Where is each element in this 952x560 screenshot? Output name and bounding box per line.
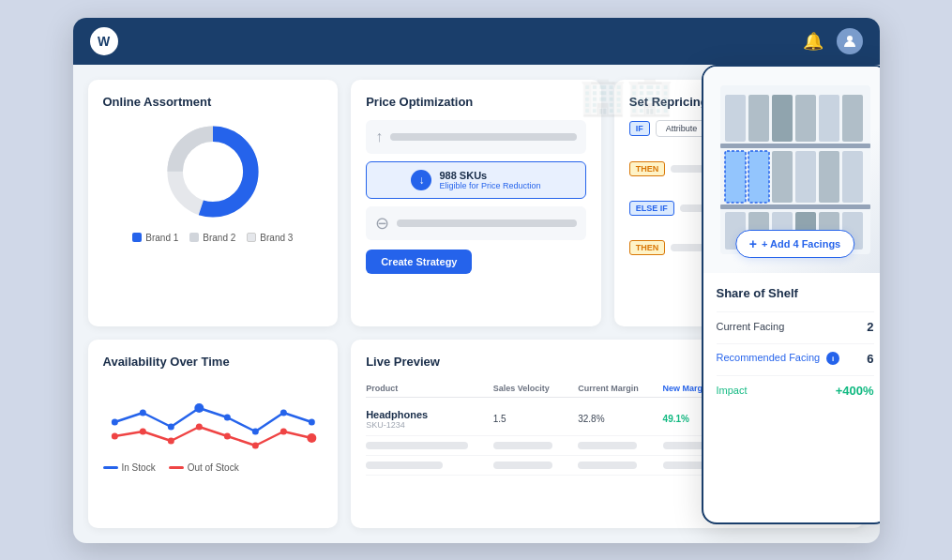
app-logo: W: [90, 27, 118, 55]
main-container: W 🔔 Online Assortment: [73, 18, 880, 543]
plus-icon: +: [749, 236, 757, 251]
price-bar-1: [390, 133, 577, 141]
svg-point-4: [111, 418, 117, 425]
svg-point-12: [111, 432, 117, 439]
svg-rect-30: [725, 151, 746, 203]
donut-chart-container: Brand 1 Brand 2 Brand 3: [103, 120, 324, 243]
current-facing-row: Current Facing 2: [717, 320, 874, 334]
if-badge: IF: [629, 121, 650, 136]
shelf-divider-1: [717, 311, 874, 312]
notification-icon[interactable]: 🔔: [803, 31, 824, 52]
svg-rect-27: [819, 95, 839, 142]
svg-point-15: [195, 423, 202, 430]
price-rows: ↑ ↓ 988 SKUs Eligible for Price Reductio…: [366, 120, 586, 240]
svg-rect-36: [720, 204, 870, 209]
legend-brand3: Brand 3: [247, 233, 293, 243]
svg-point-6: [167, 423, 174, 430]
shelf-info-section: Share of Shelf Current Facing 2 Recommen…: [703, 273, 880, 420]
then-badge: THEN: [629, 161, 666, 176]
svg-point-14: [167, 437, 174, 444]
online-assortment-card: Online Assortment Brand 1 Brand 2: [88, 80, 339, 326]
svg-rect-34: [819, 151, 839, 203]
availability-card: Availability Over Time: [88, 340, 339, 528]
info-icon[interactable]: i: [826, 352, 839, 365]
brand2-dot: [189, 233, 199, 242]
svg-point-8: [223, 414, 230, 420]
sku-count: 988 SKUs: [439, 170, 540, 181]
share-of-shelf-panel: + + Add 4 Facings Share of Shelf Current…: [702, 65, 880, 524]
impact-label: Impact: [717, 385, 748, 396]
legend-out-of-stock: Out of Stock: [169, 462, 239, 473]
svg-rect-31: [748, 151, 769, 203]
nav-icons: 🔔: [803, 28, 863, 54]
svg-point-10: [280, 409, 286, 416]
svg-rect-29: [720, 144, 870, 148]
avatar[interactable]: [837, 28, 863, 54]
shelf-divider-3: [717, 375, 874, 376]
price-optimization-card: Price Optimization ↑ ↓ 988 SKUs Eligible…: [351, 80, 601, 326]
line-chart: [103, 380, 324, 455]
svg-point-19: [307, 433, 316, 443]
shelf-image-area: + + Add 4 Facings: [703, 67, 880, 273]
svg-rect-26: [795, 95, 816, 142]
donut-legend: Brand 1 Brand 2 Brand 3: [132, 233, 293, 243]
then2-badge: THEN: [629, 240, 666, 255]
legend-brand2: Brand 2: [189, 233, 235, 243]
in-stock-line: [103, 466, 118, 469]
down-arrow-icon: ↓: [411, 170, 431, 190]
cell-margin: 32.8%: [578, 414, 662, 424]
svg-point-18: [280, 428, 286, 434]
svg-rect-25: [772, 95, 793, 142]
svg-rect-28: [842, 95, 863, 142]
svg-point-0: [847, 36, 853, 41]
svg-point-7: [194, 403, 204, 413]
legend-brand1: Brand 1: [132, 233, 178, 243]
chart-legend: In Stock Out of Stock: [103, 462, 324, 473]
svg-rect-23: [725, 95, 746, 142]
svg-rect-32: [772, 151, 793, 203]
donut-chart: [161, 120, 264, 223]
current-facing-label: Current Facing: [717, 321, 785, 332]
recommended-facing-row: Recommended Facing i 6: [717, 352, 874, 366]
svg-point-17: [251, 442, 258, 448]
bg-decoration: 🏢🏢: [580, 74, 673, 118]
shelf-divider-2: [717, 343, 874, 344]
brand3-dot: [247, 233, 256, 242]
price-optimization-title: Price Optimization: [366, 95, 586, 109]
svg-rect-33: [795, 151, 816, 203]
sku-subtitle: Eligible for Price Reduction: [439, 181, 540, 190]
recommended-facing-value: 6: [867, 352, 873, 366]
svg-point-11: [308, 418, 314, 425]
online-assortment-title: Online Assortment: [103, 95, 324, 109]
price-row-highlight[interactable]: ↓ 988 SKUs Eligible for Price Reduction: [366, 161, 586, 199]
svg-point-9: [251, 428, 258, 434]
cell-product: Headphones SKU-1234: [366, 409, 493, 430]
recommended-facing-label: Recommended Facing i: [717, 352, 840, 366]
price-row-empty2: ⊖: [366, 206, 586, 240]
up-arrow-icon: ↑: [375, 129, 383, 145]
svg-point-13: [139, 428, 145, 434]
availability-chart: [103, 380, 324, 455]
col-margin: Current Margin: [578, 384, 662, 393]
svg-point-5: [139, 409, 145, 416]
out-of-stock-line: [169, 466, 184, 469]
add-facings-button[interactable]: + + Add 4 Facings: [735, 230, 854, 258]
shelf-section-title: Share of Shelf: [717, 286, 874, 300]
elseif-badge: ELSE IF: [629, 201, 674, 216]
svg-rect-24: [748, 95, 769, 142]
cell-velocity: 1.5: [493, 414, 578, 424]
impact-value: +400%: [836, 384, 874, 398]
minus-icon: ⊖: [375, 213, 389, 234]
legend-in-stock: In Stock: [103, 462, 156, 473]
svg-point-16: [223, 432, 230, 439]
create-strategy-button[interactable]: Create Strategy: [366, 250, 472, 274]
price-row-empty1: ↑: [366, 120, 586, 154]
impact-row: Impact +400%: [717, 384, 874, 398]
col-product: Product: [366, 384, 493, 393]
current-facing-value: 2: [867, 320, 873, 334]
svg-rect-35: [842, 151, 863, 203]
price-bar-2: [397, 219, 577, 227]
availability-title: Availability Over Time: [103, 355, 324, 369]
top-navigation: W 🔔: [73, 18, 880, 65]
brand1-dot: [132, 233, 142, 242]
